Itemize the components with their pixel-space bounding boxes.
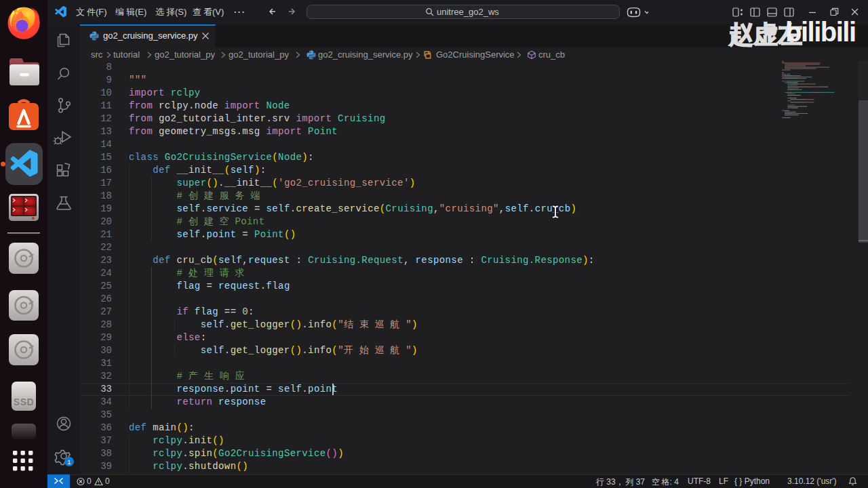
svg-text:SSD: SSD: [14, 396, 34, 407]
svg-text:1: 1: [67, 458, 71, 466]
